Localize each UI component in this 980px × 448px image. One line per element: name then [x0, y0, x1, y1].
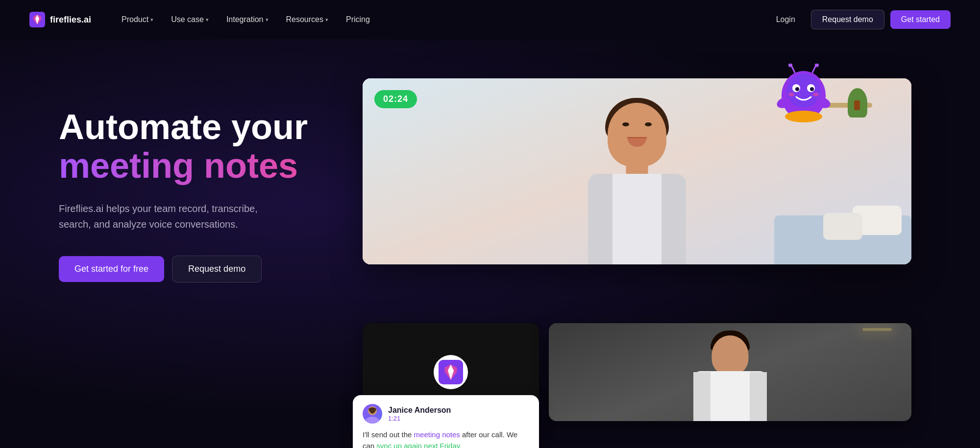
man-jacket-left [693, 372, 710, 421]
nav-item-pricing[interactable]: Pricing [339, 11, 377, 28]
jacket-right [662, 174, 686, 264]
get-started-free-button[interactable]: Get started for free [59, 256, 164, 282]
chat-name: Janice Anderson [388, 406, 451, 415]
pillow2 [823, 213, 862, 240]
navbar: fireflies.ai Product ▾ Use case ▾ Integr… [0, 0, 980, 39]
logo-text: fireflies.ai [50, 15, 91, 25]
svg-point-13 [813, 93, 819, 96]
hero-right: 02:24 Janice Anderson [363, 69, 941, 448]
svg-point-7 [786, 73, 821, 108]
nav-right: Login Request demo Get started [766, 10, 951, 29]
chat-user-info: Janice Anderson 1:21 [388, 406, 451, 422]
logo-icon [29, 12, 45, 27]
svg-point-21 [448, 368, 453, 373]
person-face [608, 103, 666, 166]
chat-header: Janice Anderson 1:21 [363, 404, 529, 424]
highlight-meeting-notes: meeting notes [414, 430, 460, 439]
person-eye-right [645, 122, 652, 126]
logo[interactable]: fireflies.ai [29, 12, 91, 27]
get-started-nav-button[interactable]: Get started [890, 10, 951, 29]
video-card-bottom-right [549, 323, 911, 421]
chat-message: I'll send out the meeting notes after ou… [363, 429, 529, 448]
timer-badge: 02:24 [374, 90, 417, 108]
robot-mascot [774, 64, 833, 122]
request-demo-hero-button[interactable]: Request demo [172, 256, 262, 283]
chat-timestamp: 1:21 [388, 415, 451, 422]
person-eye-left [622, 122, 629, 126]
svg-point-10 [795, 87, 799, 91]
plant-pot [854, 100, 860, 110]
hero-subtitle: Fireflies.ai helps your team record, tra… [59, 201, 284, 232]
fireflies-logo-circle [434, 355, 468, 389]
svg-point-12 [788, 93, 794, 96]
chevron-down-icon: ▾ [266, 17, 269, 23]
nav-item-integration[interactable]: Integration ▾ [220, 11, 275, 28]
nav-item-usecase[interactable]: Use case ▾ [164, 11, 216, 28]
nav-item-resources[interactable]: Resources ▾ [279, 11, 335, 28]
avatar [363, 404, 382, 424]
man-jacket-right [750, 372, 767, 421]
man-face [712, 335, 749, 375]
svg-point-18 [365, 417, 380, 424]
jacket-left [588, 174, 612, 264]
login-button[interactable]: Login [766, 10, 805, 29]
chevron-down-icon: ▾ [206, 17, 209, 23]
highlight-sync: sync up again next Friday. [376, 442, 462, 448]
hero-title: Automate your meeting notes [59, 108, 343, 185]
svg-line-2 [791, 66, 795, 72]
svg-line-4 [812, 66, 816, 72]
chat-bubble: Janice Anderson 1:21 I'll send out the m… [353, 395, 539, 448]
chevron-down-icon: ▾ [325, 17, 328, 23]
svg-point-1 [36, 17, 39, 20]
request-demo-nav-button[interactable]: Request demo [811, 10, 884, 29]
nav-item-product[interactable]: Product ▾ [115, 11, 160, 28]
svg-point-16 [785, 111, 822, 122]
man-video-background [549, 323, 911, 421]
nav-links: Product ▾ Use case ▾ Integration ▾ Resou… [115, 11, 766, 28]
person-silhouette [568, 88, 706, 264]
svg-point-11 [810, 87, 814, 91]
hero-left: Automate your meeting notes Fireflies.ai… [59, 69, 343, 283]
hero-section: Automate your meeting notes Fireflies.ai… [0, 39, 980, 448]
hero-buttons: Get started for free Request demo [59, 256, 343, 283]
chevron-down-icon: ▾ [150, 17, 153, 23]
